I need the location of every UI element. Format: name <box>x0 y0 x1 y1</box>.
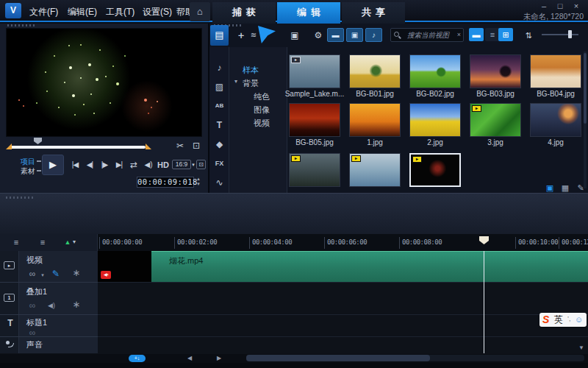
library-item[interactable]: 2.jpg <box>409 103 465 149</box>
timecode-down-icon[interactable]: ▼ <box>196 182 201 186</box>
preview-screen[interactable] <box>6 28 202 137</box>
library-item[interactable]: BG-B04.jpg <box>530 54 586 100</box>
motion-path-category-icon[interactable]: ∿ <box>209 175 229 190</box>
show-audio-button[interactable]: ♪ <box>365 28 382 42</box>
media-library-icon[interactable]: ▤ <box>210 25 229 46</box>
text-category-icon[interactable]: T <box>209 118 229 132</box>
ime-logo-icon[interactable]: S <box>542 313 549 327</box>
frame-fwd-button[interactable]: |▶ <box>97 159 112 171</box>
mode-clip[interactable]: 素材 <box>21 166 35 177</box>
library-scrollbar[interactable] <box>584 52 587 188</box>
ime-smiley-icon[interactable]: ☺ <box>575 313 583 327</box>
view-grid-button[interactable]: ⊞ <box>498 28 513 41</box>
menu-file[interactable]: 文件(F) <box>29 6 58 18</box>
track-edit-icon[interactable]: ✎ <box>50 269 62 279</box>
menu-edit[interactable]: 编辑(E) <box>68 6 97 18</box>
fx-category-icon[interactable]: FX <box>209 156 229 171</box>
search-input[interactable]: 搜索当前视图 × <box>390 28 464 42</box>
toolbar-drag-handle[interactable] <box>6 197 35 199</box>
link-icon[interactable]: ∞ <box>26 300 38 311</box>
trim-handle-start[interactable] <box>6 144 12 149</box>
scroll-right-icon[interactable]: ▶ <box>215 355 223 362</box>
show-photos-button[interactable]: ▣ <box>346 28 363 42</box>
playhead-line[interactable] <box>484 251 484 353</box>
scroll-left-icon[interactable]: ◀ <box>185 355 194 362</box>
ime-status-bar[interactable]: S 英 ’, ☺ <box>539 313 587 327</box>
snapshot-icon[interactable]: ⊡ <box>190 140 203 152</box>
menu-tools[interactable]: 工具(T) <box>106 6 135 18</box>
tree-item-solid[interactable]: 纯色 <box>254 91 270 102</box>
library-item[interactable]: 4.jpg <box>530 103 586 149</box>
go-end-button[interactable]: ▶| <box>112 159 126 171</box>
tab-edit[interactable]: 编辑 <box>277 2 340 24</box>
preview-playhead-marker[interactable] <box>34 138 42 144</box>
aspect-caret-icon[interactable]: ▾ <box>190 159 196 171</box>
frame-back-button[interactable]: ◀| <box>82 159 97 171</box>
timeline-playhead-marker[interactable] <box>479 236 489 244</box>
track-fx-icon[interactable]: ∗ <box>71 300 82 310</box>
thumbnail[interactable] <box>349 54 401 88</box>
aspect-ratio-button[interactable]: 16:9 <box>172 160 191 169</box>
import-to-timeline-icon[interactable]: ▣ <box>544 183 556 193</box>
hd-toggle[interactable]: HD <box>156 159 171 171</box>
ime-language-indicator[interactable]: 英 <box>554 313 563 327</box>
ime-punctuation-indicator[interactable]: ’, <box>567 313 571 325</box>
track-manager-icon[interactable]: ≡ <box>9 236 24 248</box>
enlarge-preview-button[interactable]: ⊡ <box>196 160 206 169</box>
thumbnail[interactable] <box>349 103 401 137</box>
go-start-button[interactable]: |◀ <box>68 159 82 171</box>
title-category-icon[interactable]: AB <box>209 99 229 113</box>
trim-handle-end[interactable] <box>146 144 151 149</box>
thumbnail-size-slider-thumb[interactable] <box>568 30 572 38</box>
auto-scroll-button[interactable]: +↓ <box>129 355 146 362</box>
track-name-overlay[interactable]: 叠加1 <box>26 286 47 297</box>
library-scrollbar-thumb[interactable] <box>584 53 587 124</box>
timeline-ruler[interactable]: ≡ ≡ ▲ ▾ 00:00:00:00 00:00:02:00 00:00:04… <box>0 234 588 251</box>
tab-share[interactable]: 共享 <box>342 2 405 24</box>
library-item[interactable]: BG-B02.jpg <box>409 54 465 100</box>
sort-icon[interactable]: ⇅ <box>521 29 536 42</box>
library-item[interactable]: BG-B05.jpg <box>289 103 345 149</box>
music-category-icon[interactable]: ♪ <box>209 60 229 75</box>
track-name-video[interactable]: 视频 <box>26 255 43 266</box>
thumbnail-selected[interactable]: ▸ <box>409 153 461 187</box>
tree-item-background[interactable]: 背景 <box>243 78 259 89</box>
home-icon[interactable]: ⌂ <box>190 2 210 21</box>
video-clip[interactable]: 烟花.mp4 <box>151 251 588 282</box>
thumbnail[interactable]: ▸ <box>289 54 340 88</box>
track-fx-icon[interactable]: ∗ <box>71 268 82 278</box>
thumbnail[interactable] <box>409 54 461 88</box>
tree-expand-icon[interactable]: ▾ <box>234 78 237 85</box>
close-button[interactable]: × <box>570 1 582 11</box>
show-videos-button[interactable]: ▬ <box>327 28 344 42</box>
repeat-button[interactable]: ⇄ <box>126 159 141 171</box>
thumbnail[interactable] <box>530 54 581 88</box>
library-item[interactable]: ▸ <box>289 153 345 199</box>
view-list-button[interactable]: ≡ <box>485 28 500 41</box>
maximize-button[interactable]: □ <box>554 1 566 11</box>
library-item[interactable]: BG-B03.jpg <box>470 54 526 100</box>
gear-icon[interactable]: ⚙ <box>311 29 326 42</box>
thumbnail[interactable]: ▸ <box>470 103 521 137</box>
thumbnail[interactable]: ▸ <box>289 153 340 187</box>
view-thumb-button[interactable]: ▬ <box>469 28 484 41</box>
track-name-title[interactable]: 标题1 <box>26 317 47 328</box>
split-clip-icon[interactable]: ✂ <box>173 140 187 152</box>
thumbnail[interactable] <box>470 54 521 88</box>
ripple-caret-icon[interactable]: ▾ <box>37 270 49 280</box>
search-clear-icon[interactable]: × <box>457 31 461 38</box>
graphic-category-icon[interactable]: ◆ <box>209 137 229 152</box>
library-item selected[interactable]: ▸ <box>409 153 465 199</box>
clip-first-frame[interactable]: ◀× <box>98 251 151 282</box>
thumbnail[interactable] <box>409 103 461 137</box>
library-item[interactable]: ▸ <box>349 153 405 199</box>
library-item[interactable]: 1.jpg <box>349 103 405 149</box>
tab-capture[interactable]: 捕获 <box>212 2 276 24</box>
tree-item-image[interactable]: 图像 <box>254 105 270 116</box>
marker-caret-icon[interactable]: ▾ <box>71 236 78 248</box>
expand-tracks-icon[interactable]: ▼ <box>578 345 585 351</box>
menu-settings[interactable]: 设置(S) <box>143 6 172 18</box>
grid-view-icon[interactable]: ▦ <box>559 183 571 193</box>
trim-bar[interactable] <box>10 146 146 149</box>
tree-item-samples[interactable]: 样本 <box>243 65 259 76</box>
